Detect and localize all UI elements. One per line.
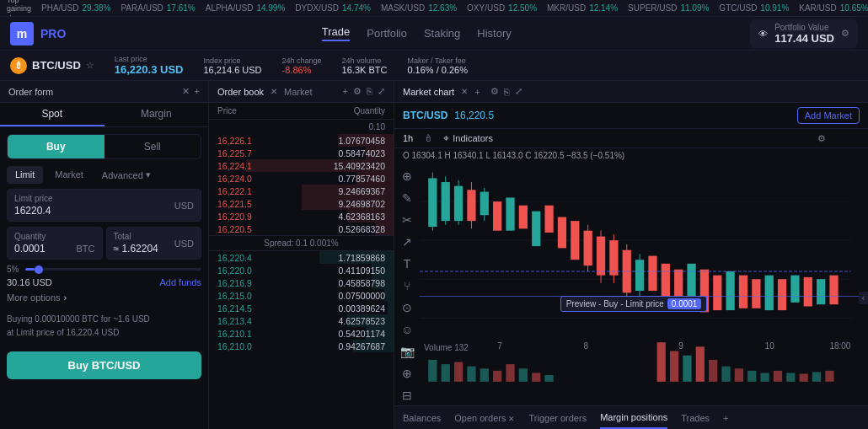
ob-expand-icon[interactable]: ⤢ <box>378 86 385 97</box>
settings-icon[interactable]: ⚙ <box>841 28 849 39</box>
magnet-tool-icon[interactable]: ⊙ <box>402 301 412 314</box>
buy-button[interactable]: Buy <box>8 135 104 158</box>
layers-tool-icon[interactable]: ⊟ <box>402 389 412 402</box>
bid-row-6: 16,210.1 0.54201174 <box>209 327 394 340</box>
ticker-item-0[interactable]: PHA/USD 29.38% <box>41 3 110 13</box>
nav-trade[interactable]: Trade <box>322 25 350 41</box>
bid-row-4: 16,214.5 0.00389624 <box>209 302 394 314</box>
chart-settings-icon[interactable]: ⚙ <box>490 86 499 97</box>
chart-candle-icon[interactable]: 🕯 <box>423 132 433 144</box>
nav-portfolio[interactable]: Portfolio <box>367 27 407 40</box>
nav-staking[interactable]: Staking <box>424 27 460 40</box>
limit-price-field[interactable]: Limit price 16220.4 USD <box>7 189 201 222</box>
market-order-button[interactable]: Market <box>46 166 92 184</box>
svg-rect-46 <box>829 276 838 305</box>
limit-order-button[interactable]: Limit <box>7 166 43 184</box>
volume-stat: 24h volume 16.3K BTC <box>342 56 388 75</box>
sell-button[interactable]: Sell <box>104 135 201 158</box>
add-funds-button[interactable]: Add funds <box>159 277 201 287</box>
svg-rect-69 <box>735 368 743 382</box>
volume-value: 16.3K BTC <box>342 65 388 75</box>
chart-indicators-button[interactable]: ⌖ Indicators <box>443 132 493 144</box>
ob-settings-icon[interactable]: ⚙ <box>353 86 362 97</box>
pencil-tool-icon[interactable]: ✎ <box>402 191 412 205</box>
tab-trigger-orders[interactable]: Trigger orders <box>528 408 587 428</box>
open-orders-close-icon[interactable]: ✕ <box>508 415 515 423</box>
tab-open-orders[interactable]: Open orders ✕ <box>454 408 515 428</box>
close-icon[interactable]: ✕ <box>182 86 190 97</box>
ticker-item-6[interactable]: MKR/USD 12.14% <box>547 3 618 13</box>
tab-orderbook[interactable]: Order book <box>217 87 264 97</box>
tab-balances[interactable]: Balances <box>403 408 441 428</box>
tab-margin-positions[interactable]: Margin positions <box>600 407 667 429</box>
order-summary-line2: at Limit price of 16,220.4 USD <box>7 326 201 340</box>
ticker-item-5[interactable]: OXY/USD 12.50% <box>467 3 537 13</box>
ask-rows: 16,226.1 1.07670458 16,225.7 0.58474023 … <box>209 134 394 235</box>
nav-history[interactable]: History <box>477 27 511 40</box>
camera-tool-icon[interactable]: 📷 <box>400 345 415 358</box>
ticker-item-7[interactable]: SUPER/USD 11.09% <box>628 3 709 13</box>
ticker-item-3[interactable]: DYDX/USD 14.74% <box>295 3 371 13</box>
symbol-info[interactable]: ₿ BTC/USD ☆ <box>10 57 94 74</box>
last-price-stat: Last price 16,220.3 USD <box>115 55 184 76</box>
submit-order-button[interactable]: Buy BTC/USD <box>7 351 201 379</box>
qty-total-row: Quantity 0.0001 BTC Total ≈ 1.62204 USD <box>7 227 201 260</box>
orderbook-close-icon[interactable]: ✕ <box>271 87 277 96</box>
indicators-label: Indicators <box>453 133 493 143</box>
ticker-item-2[interactable]: ALPHA/USD 14.99% <box>206 3 286 13</box>
ticker-item-1[interactable]: PARA/USD 17.61% <box>121 3 195 13</box>
smiley-tool-icon[interactable]: ☺ <box>401 323 413 336</box>
advanced-order-button[interactable]: Advanced ▾ <box>95 166 158 184</box>
quantity-value: 0.0001 <box>14 243 46 255</box>
svg-rect-37 <box>713 276 721 310</box>
ticker-item-4[interactable]: MASK/USD 12.63% <box>381 3 457 13</box>
slider-row: 5% <box>7 265 201 274</box>
slider-track[interactable] <box>25 268 201 271</box>
index-price-stat: Index price 16,214.6 USD <box>203 56 261 75</box>
balance-value: 30.16 USD <box>7 277 52 287</box>
svg-rect-35 <box>687 264 695 298</box>
bid-row-7: 16,210.0 0.94267687 <box>209 340 394 352</box>
ob-copy-icon[interactable]: ⎘ <box>367 86 372 97</box>
text-tool-icon[interactable]: T <box>404 257 411 271</box>
trend-tool-icon[interactable]: ↗ <box>402 235 412 249</box>
portfolio-value: 👁 Portfolio Value 117.44 USD ⚙ <box>750 19 858 48</box>
more-options-row[interactable]: More options › <box>7 292 201 303</box>
indicators-icon: ⌖ <box>443 132 449 144</box>
svg-rect-73 <box>786 373 795 382</box>
market-chart-close-icon[interactable]: ✕ <box>461 87 468 96</box>
tab-spot[interactable]: Spot <box>0 103 104 126</box>
eye-icon[interactable]: 👁 <box>758 29 768 39</box>
tab-margin[interactable]: Margin <box>104 103 209 126</box>
crosshair-tool-icon[interactable]: ⊕ <box>402 169 412 183</box>
zoom-in-tool-icon[interactable]: ⊕ <box>402 367 412 380</box>
ticker-item-9[interactable]: KAR/USD 10.65% <box>799 3 868 13</box>
tab-market[interactable]: Market <box>284 87 313 97</box>
ob-add-icon[interactable]: + <box>343 86 348 97</box>
fork-tool-icon[interactable]: ⑂ <box>404 279 410 292</box>
chart-gear-icon[interactable]: ⚙ <box>817 133 826 144</box>
quantity-label: Quantity <box>14 232 95 241</box>
index-price-value: 16,214.6 USD <box>203 65 261 75</box>
ask-row-0: 16,226.1 1.07670458 <box>209 134 394 147</box>
plus-icon[interactable]: + <box>195 86 200 97</box>
add-market-button[interactable]: Add Market <box>797 107 860 124</box>
svg-rect-41 <box>765 276 774 310</box>
chart-timeframe[interactable]: 1h <box>403 133 413 143</box>
tab-market-chart[interactable]: Market chart <box>403 87 454 97</box>
logo-m-icon[interactable]: m <box>10 22 34 46</box>
svg-rect-76 <box>825 371 833 382</box>
chart-copy-icon[interactable]: ⎘ <box>504 87 510 97</box>
star-icon[interactable]: ☆ <box>86 60 94 71</box>
tab-trades[interactable]: Trades <box>681 408 710 428</box>
svg-rect-32 <box>648 256 656 291</box>
chart-add-icon[interactable]: + <box>474 87 480 97</box>
bottom-tabs-add-icon[interactable]: + <box>723 413 728 423</box>
chart-area: ⊕ ✎ ✂ ↗ T ⑂ ⊙ ☺ 📷 ⊕ ⊟ <box>394 163 868 405</box>
ticker-item-8[interactable]: GTC/USD 10.91% <box>719 3 789 13</box>
buy-sell-group: Buy Sell <box>7 134 201 159</box>
chart-expand-icon[interactable]: ⤢ <box>515 86 522 97</box>
quantity-field[interactable]: Quantity 0.0001 BTC <box>7 227 103 260</box>
svg-rect-21 <box>571 221 579 260</box>
scissors-tool-icon[interactable]: ✂ <box>402 213 412 227</box>
